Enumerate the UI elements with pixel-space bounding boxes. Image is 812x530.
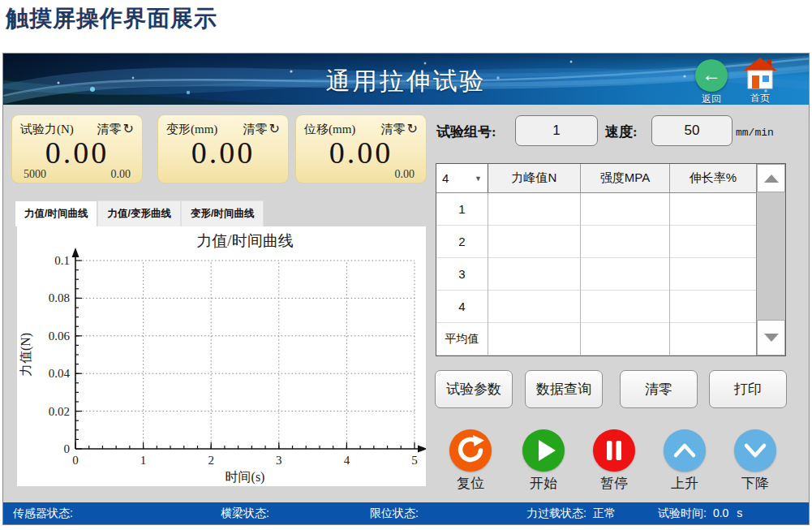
page-title: 触摸屏操作界面展示 — [6, 3, 217, 34]
svg-text:3: 3 — [276, 454, 282, 467]
test-group-label: 试验组号: — [436, 123, 496, 141]
row-index-cell: 3 — [436, 258, 488, 291]
deformation-meter-label: 变形(mm) — [166, 122, 217, 137]
overload-status-value: 正常 — [593, 506, 616, 519]
home-icon — [742, 57, 778, 91]
svg-text:1: 1 — [140, 454, 147, 467]
svg-text:0: 0 — [72, 454, 79, 467]
result-cell — [581, 258, 670, 291]
svg-text:0.06: 0.06 — [49, 330, 71, 343]
displacement-sub-value: 0.00 — [395, 168, 415, 183]
data-query-button[interactable]: 数据查询 — [525, 370, 603, 408]
svg-text:0.02: 0.02 — [49, 405, 70, 418]
result-cell — [581, 193, 670, 226]
result-cell — [670, 291, 756, 323]
reset-button-label: 复位 — [441, 474, 500, 493]
test-time: 试验时间:0.0s — [658, 506, 742, 521]
tab-deformation-time-curve[interactable]: 变形/时间曲线 — [181, 200, 264, 226]
screen: 触摸屏操作界面展示 通用拉伸试验 — [0, 0, 812, 530]
column-header-elongation: 伸长率% — [670, 164, 756, 192]
svg-text:力值/时间曲线: 力值/时间曲线 — [196, 232, 293, 249]
svg-text:时间(s): 时间(s) — [226, 470, 265, 485]
clear-arrow-icon: ↻ — [123, 122, 134, 136]
hmi-app-window: 通用拉伸试验 ← 返回 首页 试验力(N) 清零↻ — [2, 53, 810, 525]
overload-status: 力过载状态:正常 — [526, 506, 616, 521]
curve-tabbar: 力值/时间曲线 力值/变形曲线 变形/时间曲线 — [15, 200, 264, 226]
column-header-strength: 强度MPA — [581, 164, 670, 192]
reset-icon — [449, 429, 492, 472]
home-button-label: 首页 — [740, 92, 780, 105]
pause-button-label: 暂停 — [585, 474, 643, 493]
table-row[interactable]: 1 — [436, 193, 756, 226]
displacement-value: 0.00 — [296, 137, 426, 168]
clear-zero-button[interactable]: 清零 — [620, 370, 698, 408]
home-button[interactable]: 首页 — [740, 57, 780, 105]
svg-text:力值(N): 力值(N) — [19, 333, 33, 377]
result-cell — [488, 291, 581, 323]
play-icon — [522, 429, 565, 472]
chevron-down-icon — [734, 429, 776, 472]
table-row[interactable]: 平均值 — [436, 323, 756, 355]
start-button-label: 开始 — [514, 474, 573, 493]
deformation-clear-button[interactable]: 清零↻ — [243, 121, 280, 137]
result-cell — [581, 323, 670, 355]
result-cell — [670, 226, 756, 258]
svg-text:0.04: 0.04 — [49, 367, 71, 380]
tab-force-time-curve[interactable]: 力值/时间曲线 — [15, 200, 97, 226]
results-table-body: 1234平均值 — [436, 193, 756, 355]
row-index-cell: 平均值 — [436, 323, 488, 355]
row-index-cell: 1 — [436, 193, 488, 226]
scroll-down-button[interactable] — [757, 320, 785, 355]
app-title: 通用拉伸试验 — [3, 65, 809, 98]
raise-button[interactable] — [664, 429, 706, 472]
chart-svg: 01234500.020.040.060.080.1时间(s)力值(N)力值/时… — [17, 226, 426, 486]
crossbeam-status: 横梁状态: — [221, 506, 276, 521]
scroll-up-button[interactable] — [757, 164, 785, 192]
tab-force-deformation-curve[interactable]: 力值/变形曲线 — [97, 200, 180, 226]
force-value: 0.00 — [12, 137, 142, 168]
result-cell — [670, 193, 756, 226]
lower-button[interactable] — [734, 429, 776, 472]
lower-button-label: 下降 — [726, 474, 784, 493]
row-count-selector[interactable]: 4▼ — [436, 164, 488, 192]
result-cell — [670, 258, 756, 291]
table-scrollbar[interactable] — [756, 164, 785, 355]
displacement-meter-label: 位移(mm) — [304, 122, 355, 137]
limit-status: 限位状态: — [370, 506, 425, 521]
sensor-status: 传感器状态: — [13, 506, 79, 521]
chevron-down-icon: ▼ — [475, 175, 482, 183]
result-cell — [488, 193, 581, 226]
svg-text:0: 0 — [64, 442, 71, 455]
force-meter-label: 试验力(N) — [20, 122, 74, 137]
table-row[interactable]: 2 — [436, 226, 756, 258]
triangle-down-icon — [764, 334, 779, 342]
table-row[interactable]: 3 — [436, 258, 756, 291]
test-group-input[interactable]: 1 — [515, 115, 598, 146]
pause-button[interactable] — [593, 429, 635, 472]
reset-button[interactable] — [449, 429, 492, 472]
back-button[interactable]: ← 返回 — [694, 59, 729, 105]
force-sub-value: 0.00 — [111, 168, 131, 183]
result-cell — [488, 323, 581, 355]
results-table-header: 4▼ 力峰值N 强度MPA 伸长率% — [436, 164, 756, 193]
svg-text:4: 4 — [344, 454, 350, 467]
column-header-peak-force: 力峰值N — [488, 164, 581, 192]
start-button[interactable] — [522, 429, 565, 472]
test-parameters-button[interactable]: 试验参数 — [435, 370, 513, 408]
speed-label: 速度: — [605, 123, 638, 141]
result-cell — [581, 291, 670, 323]
table-row[interactable]: 4 — [436, 291, 756, 323]
displacement-clear-button[interactable]: 清零↻ — [381, 121, 418, 137]
force-clear-button[interactable]: 清零↻ — [97, 121, 134, 137]
force-time-chart: 01234500.020.040.060.080.1时间(s)力值(N)力值/时… — [17, 226, 426, 486]
row-index-cell: 2 — [436, 226, 488, 258]
result-cell — [488, 258, 581, 291]
deformation-meter: 变形(mm) 清零↻ 0.00 — [157, 114, 289, 183]
speed-input[interactable]: 50 — [651, 115, 733, 146]
clear-arrow-icon: ↻ — [269, 122, 280, 136]
svg-text:0.08: 0.08 — [49, 291, 70, 304]
deformation-value: 0.00 — [158, 137, 288, 168]
speed-unit: mm/min — [736, 127, 774, 139]
print-button[interactable]: 打印 — [709, 370, 787, 408]
clear-arrow-icon: ↻ — [407, 122, 418, 136]
